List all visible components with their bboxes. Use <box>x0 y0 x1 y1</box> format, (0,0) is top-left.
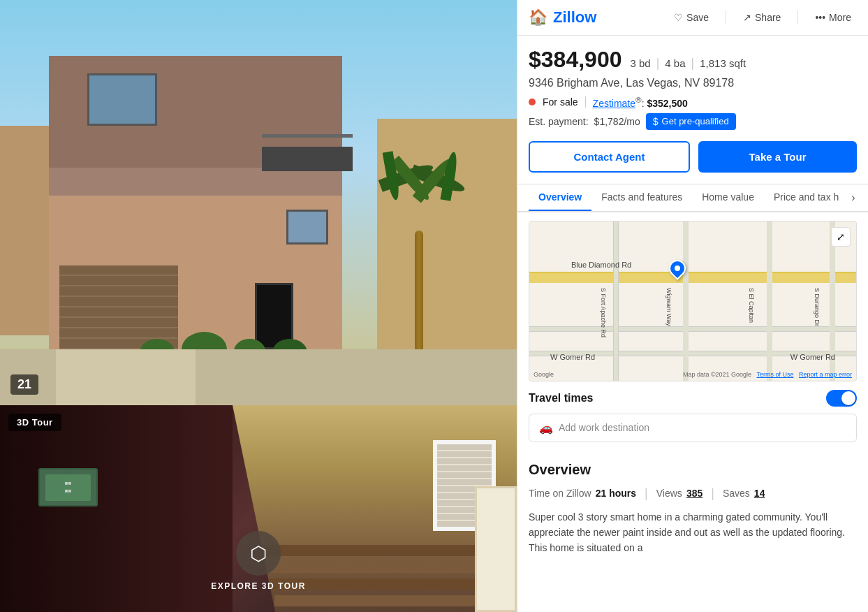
saves-label: Saves <box>723 488 750 499</box>
sqft: 1,813 sqft <box>700 57 746 69</box>
map-expand-button[interactable]: ⤢ <box>831 227 851 247</box>
add-work-destination[interactable]: 🚗 Add work destination <box>529 414 857 442</box>
zillow-logo-text: Zillow <box>553 8 596 27</box>
pre-qualified-button[interactable]: $ Get pre-qualified <box>646 113 736 130</box>
tab-overview[interactable]: Overview <box>529 184 591 212</box>
zestimate-info: Zestimate®: $352,500 <box>593 95 688 109</box>
header: 🏠 Zillow ♡ Save ↗ Share ••• More <box>517 0 868 36</box>
save-label: Save <box>686 12 709 23</box>
sep2: | <box>691 56 695 71</box>
baths: 4 ba <box>665 57 685 69</box>
explore-3d-button[interactable]: ⬡ EXPLORE 3D TOUR <box>211 531 306 591</box>
more-action[interactable]: ••• More <box>809 9 857 26</box>
property-description: Super cool 3 story smart home in a charm… <box>529 509 857 556</box>
zillow-logo[interactable]: 🏠 Zillow <box>529 8 596 27</box>
time-label: Time on Zillow <box>529 488 591 499</box>
stats-row: Time on Zillow 21 hours | Views 385 | Sa… <box>529 486 857 501</box>
explore-label: EXPLORE 3D TOUR <box>211 581 306 591</box>
take-tour-button[interactable]: Take a Tour <box>698 141 857 173</box>
share-icon: ↗ <box>743 12 751 23</box>
share-action[interactable]: ↗ Share <box>737 9 786 26</box>
left-panel: 21 <box>0 0 517 612</box>
map-report-link[interactable]: Report a map error <box>799 371 852 378</box>
saves-stat: Saves 14 <box>723 488 765 499</box>
tour-panel[interactable]: ■■■■ 3D Tour ⬡ EXPLORE 3D TOUR <box>0 405 517 612</box>
beds: 3 bd <box>630 57 650 69</box>
views-value[interactable]: 385 <box>686 488 703 499</box>
tab-price-tax[interactable]: Price and tax h <box>764 184 848 212</box>
map-data-info: Map data ©2021 Google Terms of Use Repor… <box>683 371 852 378</box>
car-icon: 🚗 <box>539 421 553 435</box>
map-road-label-3: W Gomer Rd <box>790 353 835 361</box>
share-label: Share <box>755 12 781 23</box>
zestimate-link[interactable]: Zestimate <box>593 98 635 109</box>
tabs: Overview Facts and features Home value P… <box>517 184 868 212</box>
time-on-zillow: Time on Zillow 21 hours <box>529 488 636 499</box>
right-panel: 🏠 Zillow ♡ Save ↗ Share ••• More $384,90… <box>517 0 868 612</box>
map-background: Blue Diamond Rd W Gomer Rd W Gomer Rd S … <box>529 221 856 381</box>
pre-qual-label: Get pre-qualified <box>662 116 729 126</box>
photo-number: 21 <box>10 374 38 395</box>
more-icon: ••• <box>815 12 825 23</box>
add-work-label: Add work destination <box>559 422 649 433</box>
divider-1 <box>726 10 726 24</box>
address: 9346 Brigham Ave, Las Vegas, NV 89178 <box>529 77 857 89</box>
tour-badge: 3D Tour <box>8 414 61 431</box>
payment-row: Est. payment: $1,782/mo $ Get pre-qualif… <box>529 113 857 130</box>
map-street-3: S El Capitan <box>748 288 755 323</box>
map-street-2: Wigwam Way <box>665 288 672 326</box>
map-street-4: S Durango Dr <box>814 288 821 326</box>
views-stat: Views 385 <box>656 488 703 499</box>
stat-sep-2: | <box>711 486 714 501</box>
views-label: Views <box>656 488 682 499</box>
travel-header: Travel times <box>529 390 857 407</box>
time-value: 21 hours <box>596 488 636 499</box>
action-buttons: Contact Agent Take a Tour <box>517 130 868 184</box>
main-photo[interactable]: 21 <box>0 0 517 405</box>
price: $384,900 <box>529 47 621 73</box>
tab-facts-features[interactable]: Facts and features <box>591 184 692 212</box>
map-attribution: Google <box>534 371 554 378</box>
tab-home-value[interactable]: Home value <box>692 184 764 212</box>
travel-toggle[interactable] <box>826 390 857 407</box>
zestimate-value: $352,500 <box>647 98 687 109</box>
stat-sep-1: | <box>645 486 648 501</box>
price-row: $384,900 3 bd | 4 ba | 1,813 sqft <box>529 47 857 73</box>
toggle-knob <box>841 391 855 405</box>
cube-icon: ⬡ <box>250 542 267 565</box>
sep1: | <box>656 56 660 71</box>
travel-title: Travel times <box>529 392 594 405</box>
for-sale-text: For sale <box>543 96 578 108</box>
cube-icon-container: ⬡ <box>236 531 281 576</box>
map-road-label-2: W Gomer Rd <box>550 353 595 361</box>
map-road-label-1: Blue Diamond Rd <box>571 261 631 269</box>
house-scene <box>0 0 517 405</box>
status-divider <box>585 96 586 108</box>
save-action[interactable]: ♡ Save <box>668 9 714 26</box>
overview-title: Overview <box>529 462 857 478</box>
palm-tree <box>405 161 433 370</box>
for-sale-indicator <box>529 99 536 105</box>
payment-label: Est. payment: <box>529 116 589 127</box>
saves-value[interactable]: 14 <box>754 488 765 499</box>
contact-agent-button[interactable]: Contact Agent <box>529 141 690 173</box>
map-container[interactable]: Blue Diamond Rd W Gomer Rd W Gomer Rd S … <box>529 221 857 381</box>
heart-icon: ♡ <box>674 12 683 23</box>
travel-section: Travel times 🚗 Add work destination <box>517 390 868 451</box>
price-section: $384,900 3 bd | 4 ba | 1,813 sqft 9346 B… <box>517 36 868 130</box>
map-pin-center <box>675 265 680 271</box>
map-data-text: Map data ©2021 Google <box>683 371 751 378</box>
google-logo: Google <box>534 371 554 378</box>
tabs-chevron-right[interactable]: › <box>848 184 858 211</box>
bed-bath-info: 3 bd | 4 ba | 1,813 sqft <box>630 56 746 71</box>
status-row: For sale Zestimate®: $352,500 <box>529 95 857 109</box>
zillow-logo-icon: 🏠 <box>529 8 547 27</box>
payment-value: $1,782/mo <box>594 116 640 127</box>
map-street-1: S Fort Apache Rd <box>600 288 607 337</box>
more-label: More <box>829 12 851 23</box>
dollar-icon: $ <box>653 116 659 127</box>
overview-section: Overview Time on Zillow 21 hours | Views… <box>517 451 868 567</box>
divider-2 <box>797 10 798 24</box>
map-terms-link[interactable]: Terms of Use <box>756 371 793 378</box>
